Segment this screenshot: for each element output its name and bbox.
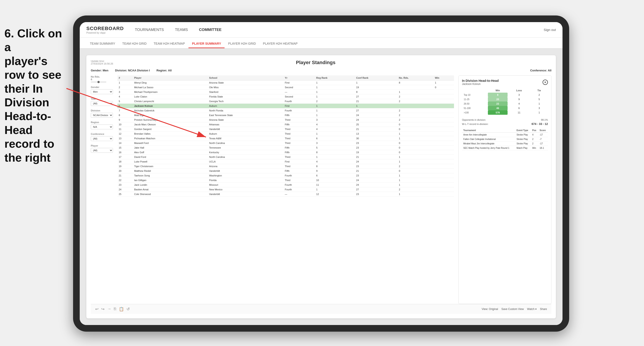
cell-num: 6 — [117, 104, 133, 108]
refresh-button[interactable]: ↺ — [126, 307, 130, 312]
table-row[interactable]: 6 Jackson Koivun Auburn First 1 1 — [117, 104, 454, 108]
table-row[interactable]: 10 Jacob Marc Okeson Arkansas Fifth 4 25… — [117, 122, 454, 127]
tab-player-h2h-grid[interactable]: PLAYER H2H GRID — [224, 40, 259, 48]
cell-score: -17 — [538, 142, 548, 146]
cell-win — [434, 108, 454, 113]
view-original-button[interactable]: View: Original — [482, 308, 498, 311]
h2h-cell-tie: 1 — [530, 102, 548, 106]
table-header-row: # Player School Yr Reg Rank Conf Rank No… — [117, 75, 454, 80]
sidebar-division-select[interactable]: NCAA Division I — [91, 113, 113, 118]
cell-conf: 1 — [355, 80, 398, 85]
save-custom-button[interactable]: Save Custom View — [502, 308, 524, 311]
cell-reg: 4 — [315, 127, 355, 132]
cell-event-type: Match Play — [515, 146, 531, 150]
share-button[interactable]: Share — [540, 308, 547, 311]
table-row[interactable]: 5 Christo Lamprecht Georgia Tech Fourth … — [117, 99, 454, 104]
tab-player-h2h-heatmap[interactable]: PLAYER H2H HEATMAP — [259, 40, 301, 48]
table-row[interactable]: 11 Gordon Sargent Vanderbilt Third 4 21 … — [117, 127, 454, 132]
cell-rds: 0 — [398, 127, 434, 132]
sidebar-region-select[interactable]: N/A — [91, 125, 113, 129]
cell-yr: First — [284, 160, 315, 164]
table-row[interactable]: 20 Matthew Riedel Vanderbilt Fifth 9 21 … — [117, 169, 454, 173]
tablet-frame: SCOREBOARD Powered by clippi TOURNAMENTS… — [73, 15, 569, 332]
cell-conf: 27 — [355, 187, 398, 192]
cell-player: Tiger Christensen — [133, 164, 208, 169]
sign-out-button[interactable]: Sign out — [544, 28, 556, 32]
cell-event-type: Stroke Play — [515, 142, 531, 146]
main-content: Update time: 27/03/2024 16:56:26 Player … — [80, 49, 562, 325]
cell-reg: 11 — [315, 183, 355, 187]
cell-rds: 2 — [398, 118, 434, 122]
table-row[interactable]: 15 Jake Hall Tennessee Fifth 5 23 0 — [117, 146, 454, 150]
cell-conf: 24 — [355, 178, 398, 183]
copy-button[interactable]: ⎘ — [114, 307, 116, 312]
tournament-row[interactable]: Amer Am Intercollegiate Stroke Play 4 -1… — [462, 133, 548, 137]
sidebar-conference-select[interactable]: (All) — [91, 136, 113, 141]
table-row[interactable]: 25 Cole Sherwood Vanderbilt — 12 23 1 — [117, 192, 454, 196]
cell-school: New Mexico — [208, 187, 284, 192]
table-row[interactable]: 12 Brendan Valles Auburn Third 1 13 1 — [117, 132, 454, 136]
no-rds-slider[interactable] — [91, 82, 106, 82]
h2h-ranking-table: Win Loss Tie Top 10 8 3 2 11-25 20 9 5 — [462, 88, 548, 115]
table-row[interactable]: 7 Nicholas Gabrelcik North Florida Fourt… — [117, 108, 454, 113]
table-row[interactable]: 13 Pichsakan Maichon Texas A&M Third 6 3… — [117, 136, 454, 141]
forward-button[interactable]: → — [107, 307, 111, 312]
h2h-table-header: Win Loss Tie — [462, 88, 548, 93]
sidebar-player-select[interactable]: (All) — [91, 148, 113, 153]
cell-reg: 4 — [315, 122, 355, 127]
tab-team-h2h-grid[interactable]: TEAM H2H GRID — [119, 40, 150, 48]
cell-conf: 19 — [355, 85, 398, 90]
nav-committee[interactable]: COMMITTEE — [197, 26, 224, 33]
cell-num: 18 — [117, 160, 133, 164]
table-row[interactable]: 21 Taehoon Song Washington Fourth 6 23 1 — [117, 173, 454, 178]
tournament-row[interactable]: SEC Match Play hosted by Jerry Pate Roun… — [462, 146, 548, 150]
table-row[interactable]: 14 Maxwell Ford North Carolina Third 3 2… — [117, 141, 454, 146]
cell-reg: 3 — [315, 141, 355, 146]
sidebar-gender-select[interactable]: Men — [91, 89, 113, 94]
nav-tournaments[interactable]: TOURNAMENTS — [133, 26, 166, 33]
table-row[interactable]: 2 Michael La Sasso Ole Miss Second 1 19 … — [117, 85, 454, 90]
watch-button[interactable]: Watch ▾ — [527, 308, 536, 311]
cell-num: 25 — [117, 192, 133, 196]
table-row[interactable]: 22 Ian Gilligan Florida Third 10 24 1 — [117, 178, 454, 183]
sidebar-year-select[interactable]: (All) — [91, 101, 113, 106]
sub-nav: TEAM SUMMARY TEAM H2H GRID TEAM H2H HEAT… — [80, 38, 562, 49]
table-row[interactable]: 4 Luke Claton Florida State Second 1 27 … — [117, 94, 454, 99]
undo-button[interactable]: ↩ — [95, 307, 98, 312]
table-row[interactable]: 24 Bastien Amat New Mexico Fourth 1 27 2 — [117, 187, 454, 192]
h2h-close-button[interactable]: × — [542, 80, 548, 85]
paste-button[interactable]: 📋 — [119, 307, 124, 312]
cell-reg: 3 — [315, 118, 355, 122]
h2h-cell-tie: 3 — [530, 106, 548, 110]
table-row[interactable]: 18 Luke Powell UCLA First 4 24 1 — [117, 160, 454, 164]
cell-num: 8 — [117, 113, 133, 118]
cell-win: 0 — [434, 85, 454, 90]
cell-win — [434, 183, 454, 187]
cell-school: Tennessee — [208, 146, 284, 150]
sidebar-conference-label: Conference — [91, 133, 113, 135]
cell-school: Arizona State — [208, 80, 284, 85]
table-row[interactable]: 23 Jack Lundin Missouri Fourth 11 24 1 — [117, 183, 454, 187]
cell-reg: 4 — [315, 160, 355, 164]
tournament-row[interactable]: Fallen Oak Collegiate Invitational Strok… — [462, 137, 548, 142]
redo-button[interactable]: ↪ — [101, 307, 104, 312]
table-row[interactable]: 3 Michael Thorbjornsen Stanford — 1 8 1 — [117, 90, 454, 94]
table-row[interactable]: 9 Preston Summerhays Arizona State Third… — [117, 118, 454, 122]
table-row[interactable]: 19 Tiger Christensen Arizona Third 8 23 … — [117, 164, 454, 169]
table-row[interactable]: 16 Alex Goff Kentucky Fifth 8 19 0 — [117, 150, 454, 155]
tab-team-h2h-heatmap[interactable]: TEAM H2H HEATMAP — [150, 40, 188, 48]
toolbar-left: ↩ ↪ → ⎘ 📋 ↺ — [95, 307, 130, 312]
table-row[interactable]: 8 Mats Ege East Tennessee State Fifth 1 … — [117, 113, 454, 118]
tab-player-summary[interactable]: PLAYER SUMMARY — [188, 40, 224, 48]
cell-conf: 24 — [355, 183, 398, 187]
tournament-row[interactable]: Mirabel Maui Jim Intercollegiate Stroke … — [462, 142, 548, 146]
nav-teams[interactable]: TEAMS — [173, 26, 190, 33]
cell-num: 15 — [117, 146, 133, 150]
cell-player: Preston Summerhays — [133, 118, 208, 122]
table-row[interactable]: 1 Wenyi Ding Arizona State First 1 1 8 1 — [117, 80, 454, 85]
table-row[interactable]: 17 David Ford North Carolina Third 1 21 … — [117, 155, 454, 160]
tab-team-summary[interactable]: TEAM SUMMARY — [86, 40, 119, 48]
cell-rds: 1 — [398, 178, 434, 183]
cell-player: Jake Hall — [133, 146, 208, 150]
bottom-toolbar: ↩ ↪ → ⎘ 📋 ↺ View: Original Save Custom V… — [91, 304, 552, 314]
